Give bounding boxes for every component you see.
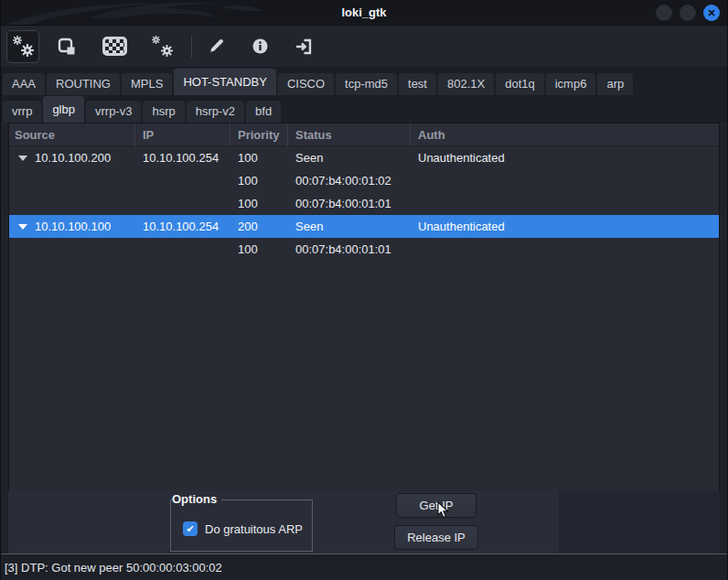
tab-arp[interactable]: arp: [597, 73, 633, 95]
network-interface-icon: [102, 37, 127, 56]
glbp-peer-table: Source IP Priority Status Auth 10.10.100…: [8, 123, 720, 491]
checkbox-label: Do gratuitous ARP: [205, 522, 303, 536]
window-title: loki_gtk: [1, 0, 727, 26]
tab-cisco[interactable]: CISCO: [278, 73, 334, 95]
tab-dot1q[interactable]: dot1q: [496, 73, 544, 95]
options-frame: Options ✔ Do gratuitous ARP: [170, 499, 313, 552]
tab-mpls[interactable]: MPLS: [122, 73, 172, 95]
loki-gtk-window: loki_gtk ✕: [0, 0, 728, 580]
tab-hot-standby[interactable]: HOT-STANDBY: [174, 69, 276, 95]
tab-hsrp-v2[interactable]: hsrp-v2: [187, 101, 244, 123]
column-header-ip[interactable]: IP: [135, 124, 230, 146]
tab-vrrp-v3[interactable]: vrrp-v3: [86, 101, 141, 123]
tab-bfd[interactable]: bfd: [246, 101, 281, 123]
tab-aaa[interactable]: AAA: [3, 73, 45, 95]
options-frame-title: Options: [172, 492, 221, 506]
titlebar[interactable]: loki_gtk ✕: [1, 0, 727, 26]
statusbar-text: [3] DTP: Got new peer 50:00:00:03:00:02: [5, 561, 222, 575]
quit-icon: [294, 38, 313, 55]
info-button[interactable]: [243, 30, 276, 63]
bridge-button[interactable]: [50, 30, 83, 63]
statusbar: [3] DTP: Got new peer 50:00:00:03:00:02: [1, 553, 727, 580]
network-interface-button[interactable]: [94, 30, 134, 63]
tab-hsrp[interactable]: hsrp: [143, 101, 184, 123]
tab-routing[interactable]: ROUTING: [47, 73, 120, 95]
tab-test[interactable]: test: [399, 73, 436, 95]
sub-tabstrip: vrrp glbp vrrp-v3 hsrp hsrp-v2 bfd: [1, 95, 727, 123]
table-empty-area: [9, 261, 719, 491]
tab-vrrp[interactable]: vrrp: [3, 101, 41, 123]
column-header-status[interactable]: Status: [288, 124, 411, 146]
mouse-cursor: [437, 501, 449, 519]
release-ip-button[interactable]: Release IP: [394, 525, 478, 550]
table-child-row[interactable]: 100 00:07:b4:00:01:02: [9, 169, 719, 192]
column-header-priority[interactable]: Priority: [230, 124, 288, 146]
get-ip-button[interactable]: Get IP: [396, 493, 476, 518]
expander-icon[interactable]: [18, 156, 27, 161]
run-attack-icon: [13, 36, 34, 57]
gratuitous-arp-checkbox[interactable]: ✔ Do gratuitous ARP: [183, 521, 303, 536]
toolbar: [1, 26, 727, 68]
quit-button[interactable]: [287, 30, 320, 63]
tab-glbp[interactable]: glbp: [43, 96, 84, 123]
tab-8021x[interactable]: 802.1X: [438, 73, 494, 95]
edit-icon: [208, 38, 225, 55]
preferences-icon: [152, 36, 173, 57]
tab-icmp6[interactable]: icmp6: [546, 73, 596, 95]
edit-button[interactable]: [199, 30, 232, 63]
tab-tcp-md5[interactable]: tcp-md5: [336, 73, 397, 95]
table-header: Source IP Priority Status Auth: [9, 124, 719, 146]
checkbox-checked-icon: ✔: [183, 521, 198, 536]
minimize-button[interactable]: [656, 5, 672, 21]
table-child-row[interactable]: 100 00:07:b4:00:01:01: [9, 238, 719, 261]
column-header-source[interactable]: Source: [9, 124, 135, 146]
preferences-button[interactable]: [145, 30, 178, 63]
main-tabstrip: AAA ROUTING MPLS HOT-STANDBY CISCO tcp-m…: [1, 68, 727, 95]
column-header-auth[interactable]: Auth: [411, 124, 719, 146]
table-row[interactable]: 10.10.100.200 10.10.100.254 100 Seen Una…: [9, 146, 719, 169]
table-row-selected[interactable]: 10.10.100.100 10.10.100.254 200 Seen Una…: [9, 215, 719, 238]
toolbar-separator: [191, 36, 192, 58]
info-icon: [252, 38, 268, 54]
maximize-button[interactable]: [680, 5, 696, 21]
run-attack-button[interactable]: [6, 30, 39, 63]
expander-icon[interactable]: [18, 224, 27, 230]
bottom-panel: Options ✔ Do gratuitous ARP Get IP Relea…: [1, 491, 727, 553]
bridge-icon: [58, 38, 76, 56]
bottom-panel-left: Options ✔ Do gratuitous ARP Get IP Relea…: [8, 491, 559, 553]
close-button[interactable]: ✕: [703, 5, 720, 21]
bottom-panel-right: [559, 491, 720, 553]
table-child-row[interactable]: 100 00:07:b4:00:01:01: [9, 192, 719, 215]
